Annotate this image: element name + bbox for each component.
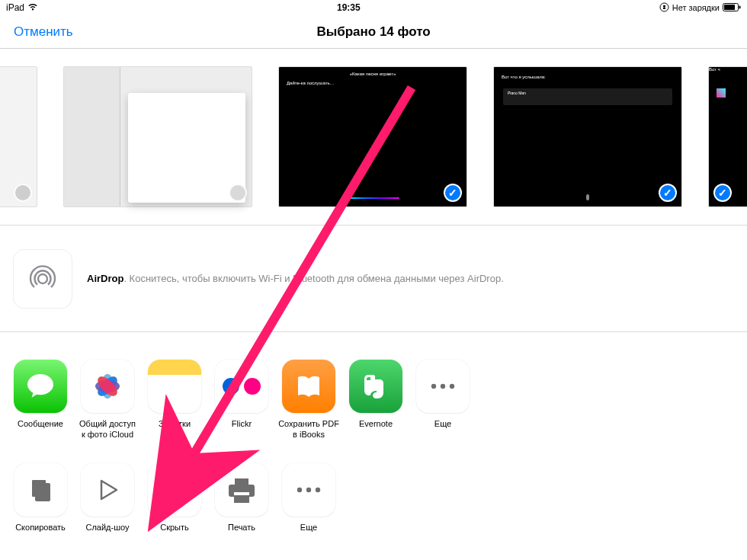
svg-point-4 — [38, 274, 47, 283]
more-icon — [282, 463, 335, 517]
thumbnail[interactable]: Вот что я услышала: Piano Man — [493, 66, 682, 207]
thumbnail-caption: Дайте-ка послушать… — [287, 81, 466, 85]
share-apps-row: Сообщение Общий доступ к фото iCloud — [0, 332, 747, 443]
selection-indicator[interactable] — [14, 184, 32, 202]
result-card: Piano Man — [503, 88, 672, 105]
nav-bar: Отменить Выбрано 14 фото — [0, 15, 747, 49]
photos-icon — [81, 360, 134, 413]
cancel-button[interactable]: Отменить — [0, 24, 73, 40]
svg-point-21 — [306, 488, 311, 492]
orientation-lock-icon — [659, 2, 669, 14]
app-label: Заметки — [144, 419, 205, 440]
thumbnail[interactable] — [63, 66, 252, 207]
selection-indicator[interactable] — [229, 184, 247, 202]
share-app-notes[interactable]: Заметки — [148, 360, 201, 440]
action-more[interactable]: Еще — [282, 463, 335, 544]
thumbnail[interactable]: «Какая песня играет» Дайте-ка послушать… — [278, 66, 467, 207]
selection-indicator[interactable] — [659, 184, 677, 202]
share-app-icloud-photos[interactable]: Общий доступ к фото iCloud — [81, 360, 134, 440]
share-app-flickr[interactable]: Flickr — [215, 360, 268, 440]
ibooks-icon — [282, 360, 335, 413]
svg-point-22 — [316, 488, 320, 492]
svg-point-15 — [450, 384, 454, 389]
airdrop-text: AirDrop. Коснитесь, чтобы включить Wi-Fi… — [87, 273, 504, 284]
share-app-more[interactable]: Еще — [416, 360, 470, 440]
notes-icon — [148, 360, 201, 413]
svg-point-14 — [441, 384, 445, 389]
share-app-ibooks[interactable]: Сохранить PDF в iBooks — [282, 360, 335, 440]
action-label: Печать — [211, 523, 272, 544]
photo-thumbnails[interactable]: «Какая песня играет» Дайте-ка послушать…… — [0, 49, 747, 226]
thumbnail-caption: Вот что я услышала: — [502, 75, 681, 79]
actions-row: Скопировать Слайд-шоу Скрыть Печать Еще — [0, 443, 747, 550]
selection-indicator[interactable] — [444, 184, 462, 202]
printer-icon — [215, 463, 268, 517]
airdrop-section[interactable]: AirDrop. Коснитесь, чтобы включить Wi-Fi… — [0, 226, 747, 332]
svg-point-20 — [297, 488, 302, 492]
action-label: Слайд-шоу — [77, 523, 138, 544]
thumbnail[interactable] — [0, 66, 37, 207]
page-title: Выбрано 14 фото — [0, 24, 747, 40]
action-label: Скрыть — [144, 523, 205, 544]
app-label: Flickr — [211, 419, 272, 440]
svg-point-13 — [431, 384, 436, 389]
evernote-icon — [349, 360, 402, 413]
messages-icon — [14, 360, 67, 413]
status-bar: iPad 19:35 Нет зарядки — [0, 0, 747, 15]
app-label: Сообщение — [10, 419, 71, 440]
svg-rect-2 — [724, 5, 735, 10]
app-label: Evernote — [345, 419, 406, 440]
play-icon — [81, 463, 134, 517]
app-label: Общий доступ к фото iCloud — [77, 419, 138, 440]
thumbnail[interactable]: Вот ч — [708, 66, 747, 207]
action-copy[interactable]: Скопировать — [14, 463, 67, 544]
share-app-messages[interactable]: Сообщение — [14, 360, 67, 440]
app-label: Еще — [412, 419, 473, 440]
thumbnail-caption: Вот ч — [709, 67, 747, 72]
app-label: Сохранить PDF в iBooks — [278, 419, 339, 440]
action-slideshow[interactable]: Слайд-шоу — [81, 463, 134, 544]
battery-label: Нет зарядки — [672, 3, 720, 12]
more-icon — [416, 360, 470, 413]
flickr-icon — [215, 360, 268, 413]
wifi-icon — [27, 2, 38, 13]
svg-rect-18 — [36, 484, 50, 501]
action-print[interactable]: Печать — [215, 463, 268, 544]
battery-icon — [723, 3, 741, 13]
airdrop-icon[interactable] — [14, 250, 72, 308]
action-label: Скопировать — [10, 523, 71, 544]
action-label: Еще — [278, 523, 339, 544]
hide-icon — [148, 463, 201, 517]
device-label: iPad — [6, 2, 24, 13]
svg-rect-3 — [739, 5, 741, 8]
selection-indicator[interactable] — [713, 184, 732, 202]
status-time: 19:35 — [337, 2, 361, 13]
copy-icon — [14, 463, 67, 517]
share-app-evernote[interactable]: Evernote — [349, 360, 402, 440]
action-hide[interactable]: Скрыть — [148, 463, 201, 544]
thumbnail-caption: «Какая песня играет» — [279, 72, 466, 76]
